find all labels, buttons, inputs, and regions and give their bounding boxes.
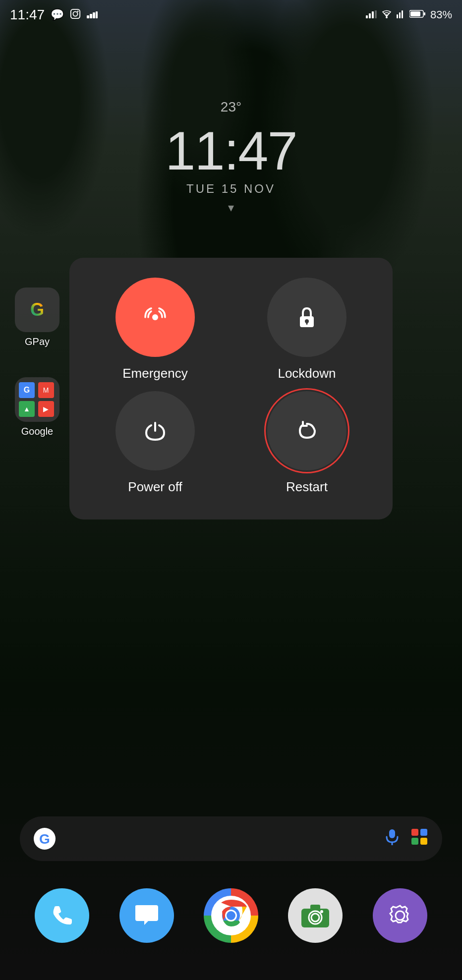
svg-point-38 xyxy=(320,910,323,913)
svg-rect-14 xyxy=(402,10,403,18)
whatsapp-icon: 💬 xyxy=(51,8,64,21)
power-off-button[interactable]: Power off xyxy=(84,391,226,495)
microphone-icon[interactable] xyxy=(384,828,401,849)
lockdown-button[interactable]: Lockdown xyxy=(236,278,378,381)
svg-rect-10 xyxy=(375,10,377,18)
clock-widget: 23° 11:47 TUE 15 NOV ▾ xyxy=(0,99,462,215)
signal-icon xyxy=(87,9,98,21)
svg-rect-5 xyxy=(93,12,95,18)
svg-rect-8 xyxy=(369,13,371,18)
emergency-label: Emergency xyxy=(122,366,188,381)
phone-app[interactable] xyxy=(35,888,89,943)
lens-icon[interactable] xyxy=(410,828,428,850)
restart-icon xyxy=(293,417,321,445)
restart-circle xyxy=(267,391,346,470)
svg-rect-28 xyxy=(411,838,418,845)
search-bar[interactable]: G xyxy=(20,816,442,861)
signal-bars-icon xyxy=(366,9,377,21)
svg-rect-9 xyxy=(372,11,374,18)
emergency-circle xyxy=(116,278,195,357)
instagram-icon xyxy=(70,8,81,22)
svg-rect-13 xyxy=(399,12,401,18)
power-off-circle xyxy=(116,391,195,470)
gpay-icon-circle: G xyxy=(15,288,59,332)
svg-rect-24 xyxy=(389,829,395,838)
temperature: 23° xyxy=(221,99,241,115)
svg-rect-6 xyxy=(96,11,98,18)
status-left: 11:47 💬 xyxy=(10,7,98,23)
svg-point-1 xyxy=(73,11,77,16)
lockdown-circle xyxy=(267,278,346,357)
clock-time: 11:47 xyxy=(165,119,296,182)
lockdown-icon xyxy=(293,303,321,331)
search-right-icons xyxy=(384,828,428,850)
svg-rect-16 xyxy=(424,12,425,15)
settings-icon xyxy=(385,901,415,930)
svg-rect-3 xyxy=(87,15,89,18)
wifi-icon xyxy=(381,9,393,21)
svg-point-18 xyxy=(152,314,158,320)
clock-date: TUE 15 NOV xyxy=(186,182,276,196)
svg-rect-0 xyxy=(71,9,80,18)
screen: 11:47 💬 xyxy=(0,0,462,980)
svg-rect-29 xyxy=(420,838,427,845)
battery-icon xyxy=(409,9,426,21)
sidebar-apps: G GPay G M ▲ ▶ Google xyxy=(15,288,59,437)
svg-rect-7 xyxy=(366,15,368,18)
svg-rect-26 xyxy=(411,829,418,836)
status-right: 83% xyxy=(366,8,452,21)
messages-app[interactable] xyxy=(119,888,174,943)
svg-rect-35 xyxy=(310,905,320,910)
phone-icon xyxy=(50,903,74,928)
power-off-label: Power off xyxy=(128,479,182,495)
svg-point-33 xyxy=(227,911,235,920)
lockdown-label: Lockdown xyxy=(278,366,336,381)
google-label: Google xyxy=(21,426,54,437)
restart-button[interactable]: Restart xyxy=(236,391,378,495)
cell-icon xyxy=(397,9,405,21)
messages-icon xyxy=(133,903,160,928)
svg-point-11 xyxy=(386,16,388,18)
status-time: 11:47 xyxy=(10,7,45,23)
camera-icon xyxy=(300,903,330,928)
svg-rect-4 xyxy=(90,14,92,18)
power-menu: Emergency Lockdown xyxy=(69,258,393,519)
chevron-down-icon: ▾ xyxy=(228,201,234,215)
google-icon-circle: G M ▲ ▶ xyxy=(15,377,59,422)
emergency-button[interactable]: Emergency xyxy=(84,278,226,381)
power-grid: Emergency Lockdown xyxy=(84,278,378,495)
settings-app[interactable] xyxy=(373,888,427,943)
gpay-logo: G xyxy=(30,299,44,320)
emergency-icon xyxy=(141,303,169,331)
gpay-app[interactable]: G GPay xyxy=(15,288,59,347)
svg-text:G: G xyxy=(39,831,50,847)
camera-app[interactable] xyxy=(288,888,343,943)
svg-point-39 xyxy=(396,911,404,920)
google-app[interactable]: G M ▲ ▶ Google xyxy=(15,377,59,437)
power-off-icon xyxy=(141,417,169,445)
svg-rect-17 xyxy=(410,11,420,16)
google-search-icon: G xyxy=(34,828,56,850)
svg-rect-27 xyxy=(420,829,427,836)
chrome-app[interactable] xyxy=(204,888,258,943)
svg-rect-21 xyxy=(306,321,308,325)
chrome-icon xyxy=(211,896,251,935)
restart-label: Restart xyxy=(286,479,328,495)
battery-percentage: 83% xyxy=(430,8,452,21)
dock xyxy=(0,876,462,955)
gpay-label: GPay xyxy=(25,336,50,347)
svg-point-2 xyxy=(77,10,79,12)
svg-rect-12 xyxy=(397,14,398,18)
status-bar: 11:47 💬 xyxy=(0,0,462,30)
